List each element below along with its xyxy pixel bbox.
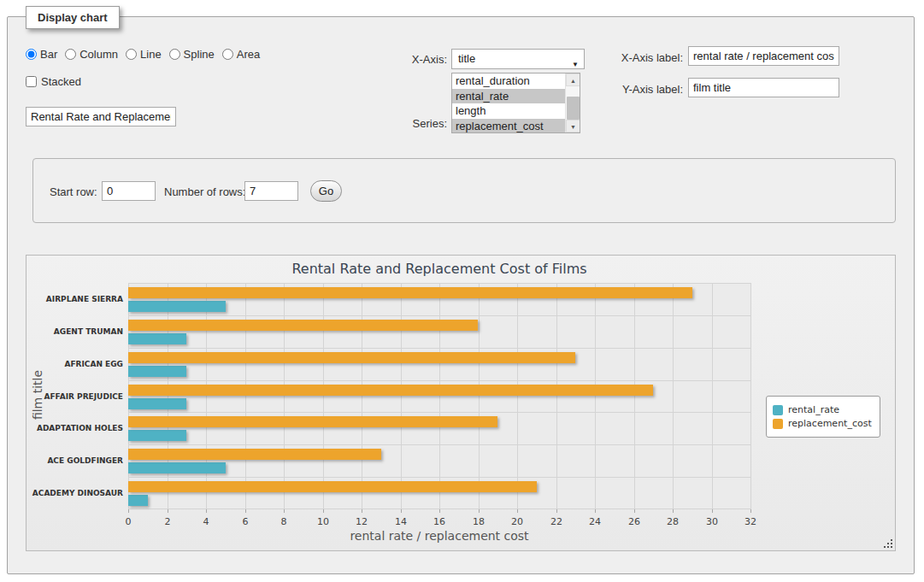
axis-tick [595,509,596,513]
x-tick-label: 0 [115,516,141,527]
series-select-label: Series: [379,117,447,130]
chart-type-area[interactable]: Area [222,48,260,61]
bar-replacement_cost[interactable] [128,352,575,363]
chart-type-label: Area [237,48,260,61]
gridline [595,283,596,509]
category-separator [128,477,750,478]
category-label: ACE GOLDFINGER [26,456,123,465]
x-tick-label: 2 [155,516,180,527]
x-axis-label-input[interactable] [688,46,839,66]
gridline [479,283,480,509]
legend-item-rental_rate[interactable]: rental_rate [773,404,872,415]
series-scrollbar[interactable]: ▲ ▼ [565,73,580,132]
plot-area [128,283,750,509]
bar-rental_rate[interactable] [128,333,186,344]
gridline [634,283,635,509]
scroll-down-icon[interactable]: ▼ [566,120,580,132]
legend-label: replacement_cost [788,418,872,429]
bar-replacement_cost[interactable] [128,416,497,427]
stacked-label: Stacked [41,75,81,88]
chart-type-spline[interactable]: Spline [169,48,215,61]
chart-type-label: Spline [184,48,215,61]
chart-type-radio-area[interactable] [222,49,233,60]
series-option-rental_rate[interactable]: rental_rate [452,89,565,104]
axis-tick [439,509,440,513]
gridline [245,283,246,509]
chevron-down-icon: ▼ [572,56,579,74]
category-label: ADAPTATION HOLES [26,424,123,432]
stacked-checkbox[interactable] [26,76,37,87]
page: Display chart BarColumnLineSplineArea St… [0,0,924,582]
x-tick-label: 4 [193,516,219,527]
x-tick-label: 30 [699,516,725,527]
gridline [168,283,168,509]
x-tick-label: 22 [544,516,569,527]
bar-replacement_cost[interactable] [128,287,692,298]
y-axis-label-field-label: Y-Axis label: [597,83,683,96]
x-axis-selected-value: title [458,52,475,65]
x-axis-select-label: X-Axis: [379,53,447,66]
chart-type-radio-bar[interactable] [26,49,37,60]
series-listbox[interactable]: rental_durationrental_ratelengthreplacem… [451,73,580,133]
gridline [362,283,362,509]
x-axis-select[interactable]: title ▼ [451,49,585,69]
x-tick-label: 24 [582,516,608,527]
y-axis-label-input[interactable] [688,78,839,97]
go-button[interactable]: Go [310,180,342,202]
axis-tick [401,509,402,513]
bar-rental_rate[interactable] [128,462,226,473]
series-option-length[interactable]: length [452,103,565,119]
x-tick-label: 28 [660,516,686,527]
category-separator [128,444,750,445]
chart-title: Rental Rate and Replacement Cost of Film… [128,261,750,277]
bar-replacement_cost[interactable] [128,449,381,460]
chart-type-radio-spline[interactable] [169,49,180,60]
num-rows-input[interactable] [244,181,298,201]
scrollbar-thumb[interactable] [567,97,580,120]
scroll-up-icon[interactable]: ▲ [566,73,580,86]
category-label: AGENT TRUMAN [26,327,123,336]
resize-handle-icon[interactable] [884,539,893,549]
bar-rental_rate[interactable] [128,301,226,312]
axis-tick [712,509,713,513]
axis-tick [284,509,285,513]
bar-replacement_cost[interactable] [128,385,653,396]
series-options: rental_durationrental_ratelengthreplacem… [452,73,565,133]
bar-replacement_cost[interactable] [128,320,478,331]
x-tick-label: 10 [310,516,336,527]
gridline [128,283,129,509]
bar-rental_rate[interactable] [128,430,186,441]
x-tick-label: 6 [232,516,258,527]
chart-title-input[interactable] [26,107,176,126]
gridline [323,283,324,509]
series-option-rental_duration[interactable]: rental_duration [452,73,565,89]
bar-rental_rate[interactable] [128,366,186,377]
axis-tick [245,509,246,513]
axis-tick [206,509,207,513]
axis-tick [362,509,362,513]
gridline [401,283,402,509]
legend-item-replacement_cost[interactable]: replacement_cost [773,418,872,429]
gridline [750,283,751,509]
stacked-checkbox-row[interactable]: Stacked [26,75,81,88]
x-tick-label: 16 [427,516,452,527]
chart-type-line[interactable]: Line [126,48,162,61]
chart-type-radio-column[interactable] [65,49,76,60]
axis-tick [750,509,751,513]
bar-rental_rate[interactable] [128,495,148,506]
bar-replacement_cost[interactable] [128,481,537,492]
start-row-input[interactable] [102,181,156,201]
x-tick-label: 18 [466,516,491,527]
axis-tick [673,509,674,513]
chart-type-group: BarColumnLineSplineArea [26,48,268,61]
chart-type-bar[interactable]: Bar [26,48,57,61]
chart-type-radio-line[interactable] [126,49,137,60]
bar-rental_rate[interactable] [128,398,186,409]
chart-container: Rental Rate and Replacement Cost of Film… [26,255,896,551]
category-separator [128,380,750,381]
chart-type-label: Column [79,48,118,61]
chart-type-column[interactable]: Column [65,48,118,61]
axis-tick [634,509,635,513]
legend-label: rental_rate [788,404,839,415]
series-option-replacement_cost[interactable]: replacement_cost [452,119,565,134]
